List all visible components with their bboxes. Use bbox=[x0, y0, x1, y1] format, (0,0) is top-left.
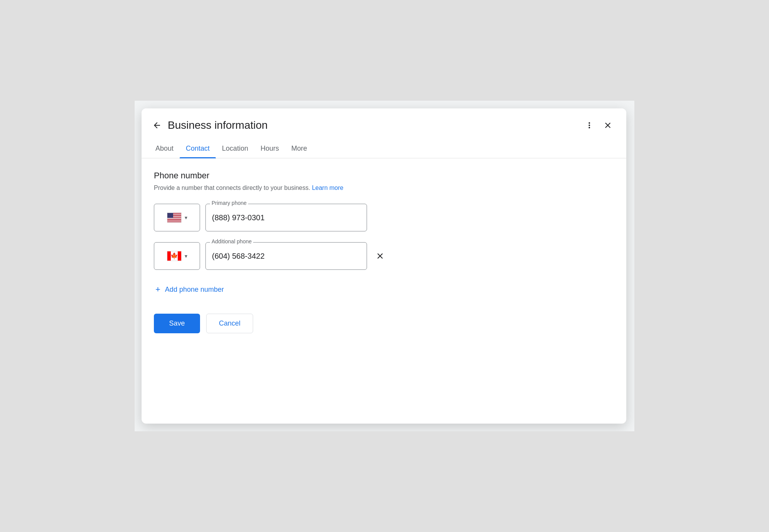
primary-country-dropdown-arrow: ▾ bbox=[185, 214, 187, 221]
section-description: Provide a number that connects directly … bbox=[154, 185, 614, 191]
primary-phone-input-wrapper: Primary phone bbox=[205, 204, 367, 231]
modal-title: Business information bbox=[168, 119, 582, 131]
add-phone-label: Add phone number bbox=[165, 286, 224, 294]
tab-about[interactable]: About bbox=[149, 139, 180, 158]
page-wrapper: Business information About Contact Locat… bbox=[135, 101, 634, 431]
primary-country-selector[interactable]: ▾ bbox=[154, 204, 200, 231]
section-desc-text: Provide a number that connects directly … bbox=[154, 185, 312, 191]
additional-phone-label: Additional phone bbox=[210, 238, 253, 244]
primary-phone-row: ▾ Primary phone bbox=[154, 204, 614, 231]
save-button[interactable]: Save bbox=[154, 314, 200, 333]
additional-phone-input[interactable] bbox=[205, 242, 367, 270]
more-options-button[interactable] bbox=[582, 118, 597, 133]
ca-right-bar bbox=[178, 251, 181, 261]
add-phone-plus-icon: + bbox=[155, 284, 160, 294]
header-actions bbox=[582, 118, 616, 133]
modal-header: Business information bbox=[142, 108, 626, 133]
additional-country-selector[interactable]: 🍁 ▾ bbox=[154, 242, 200, 270]
close-button[interactable] bbox=[600, 118, 616, 133]
tab-contact[interactable]: Contact bbox=[180, 139, 216, 158]
us-canton bbox=[167, 213, 173, 218]
primary-phone-input[interactable] bbox=[205, 204, 367, 231]
tab-location[interactable]: Location bbox=[216, 139, 254, 158]
primary-phone-label: Primary phone bbox=[210, 200, 248, 206]
modal-dialog: Business information About Contact Locat… bbox=[142, 108, 626, 424]
cancel-button[interactable]: Cancel bbox=[206, 314, 253, 333]
additional-country-dropdown-arrow: ▾ bbox=[185, 253, 187, 259]
remove-additional-phone-button[interactable] bbox=[372, 248, 388, 264]
learn-more-link[interactable]: Learn more bbox=[312, 185, 344, 191]
action-buttons: Save Cancel bbox=[154, 314, 614, 333]
additional-phone-row: 🍁 ▾ Additional phone bbox=[154, 242, 614, 270]
tab-more[interactable]: More bbox=[285, 139, 313, 158]
tab-hours[interactable]: Hours bbox=[254, 139, 285, 158]
us-flag-icon bbox=[167, 213, 182, 223]
additional-phone-input-wrapper: Additional phone bbox=[205, 242, 367, 270]
section-title: Phone number bbox=[154, 171, 614, 181]
ca-flag-icon: 🍁 bbox=[167, 251, 182, 261]
modal-content: Phone number Provide a number that conne… bbox=[142, 158, 626, 424]
back-button[interactable] bbox=[149, 118, 165, 133]
ca-maple-leaf: 🍁 bbox=[170, 253, 178, 259]
add-phone-button[interactable]: + Add phone number bbox=[154, 281, 225, 298]
tabs-bar: About Contact Location Hours More bbox=[142, 139, 626, 158]
